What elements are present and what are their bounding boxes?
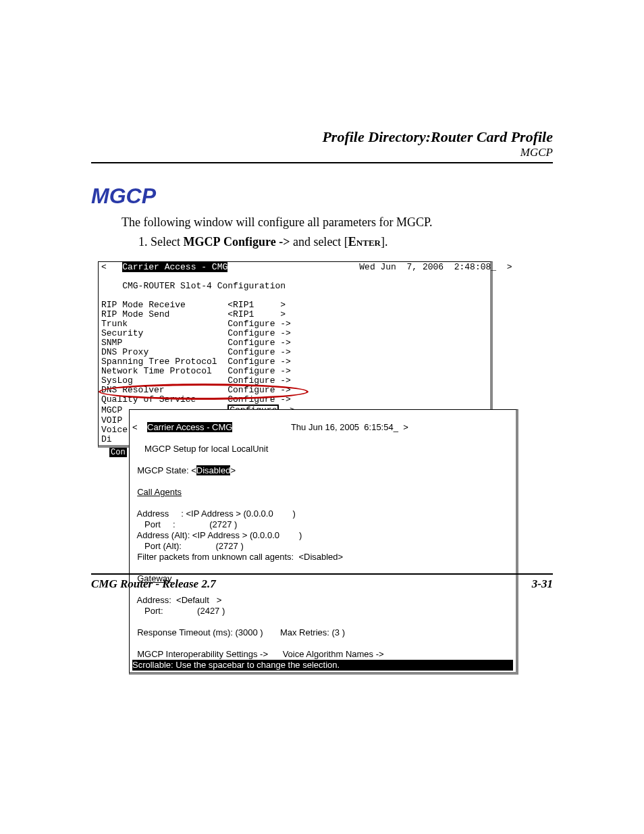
term1-config-row: SysLog Configure -> [101,376,487,386]
header-title: Profile Directory:Router Card Profile [91,128,553,146]
term2-state-label: MGCP State: < [137,465,196,475]
step-1: 1. Select MGCP Configure -> and select [… [138,235,553,249]
term1-config-row: SNMP Configure -> [101,338,487,348]
term2-ca-filter: Filter packets from unknown call agents:… [137,552,343,562]
term2-gw-addr: Address: <Default > [137,595,222,605]
term1-timestamp: Wed Jun 7, 2006 2:48:08_ [359,262,496,272]
header-sub: MGCP [91,146,553,159]
footer-rule [91,573,553,575]
step-enter: Enter [348,235,381,249]
term2-gw-port: Port: (2427 ) [137,606,225,616]
page-header: Profile Directory:Router Card Profile MG… [91,128,553,159]
term2-title: Carrier Access - CMG [147,422,232,432]
step-bold2: Configure -> [223,235,290,249]
term2-state-value: Disabled [196,465,231,475]
term2-timestamp: Thu Jun 16, 2005 6:15:54_ [291,422,398,432]
term1-subtitle: CMG-ROUTER Slot-4 Configuration [101,282,487,291]
con-label: Con [109,448,127,457]
term2-ca-addr-alt: Address (Alt): <IP Address > (0.0.0.0 ) [137,530,302,540]
term2-ca-addr: Address : <IP Address > (0.0.0.0 ) [137,509,296,519]
term1-config-row: Spanning Tree Protocol Configure -> [101,357,487,367]
page-footer: CMG Router - Release 2.7 3-31 [91,573,553,591]
terminal-window-child: Con < Carrier Access - CMG Thu Jun 16, 2… [129,409,518,675]
step-close: ]. [381,235,388,249]
term2-ca-port: Port : (2727 ) [137,519,237,529]
step-number: 1. [138,235,148,249]
term1-config-row: Trunk Configure -> [101,319,487,329]
term2-interop-line: MGCP Interoperability Settings -> Voice … [137,649,383,659]
footer-left: CMG Router - Release 2.7 [91,577,216,591]
term1-config-row: Quality of Service Configure -> [101,395,487,405]
term1-config-row: Network Time Protocol Configure -> [101,367,487,376]
intro-text: The following window will configure all … [122,215,553,230]
term1-config-row: Security Configure -> [101,329,487,338]
term2-status-bar: Scrollable: Use the spacebar to change t… [132,660,513,671]
term2-ca-port-alt: Port (Alt): (2727 ) [137,541,244,551]
term2-state-close: > [230,465,236,475]
section-heading: MGCP [91,184,553,209]
term1-config-row: DNS Proxy Configure -> [101,348,487,357]
term2-resp-line: Response Timeout (ms): (3000 ) Max Retri… [137,627,345,637]
term1-config-row: RIP Mode Receive <RIP1 > [101,301,487,310]
footer-right: 3-31 [532,577,553,591]
term1-title: Carrier Access - CMG [122,262,227,272]
step-pre: Select [151,235,183,249]
term2-call-agents-heading: Call Agents [137,487,182,497]
term2-subtitle: MGCP Setup for local LocalUnit [144,444,268,454]
terminal-window-parent: < Carrier Access - CMG Wed Jun 7, 2006 2… [98,261,493,448]
step-post: and select [ [290,235,348,249]
header-rule [91,162,553,163]
term1-titlebar: < Carrier Access - CMG Wed Jun 7, 2006 2… [101,263,487,272]
term1-blank2 [101,291,487,301]
term1-config-row: DNS Resolver Configure -> [101,386,487,395]
step-bold1: MGCP [183,235,220,249]
term1-config-row: RIP Mode Send <RIP1 > [101,310,487,319]
terminal-2: < Carrier Access - CMG Thu Jun 16, 2005 … [130,410,516,672]
term1-blank1 [101,272,487,282]
